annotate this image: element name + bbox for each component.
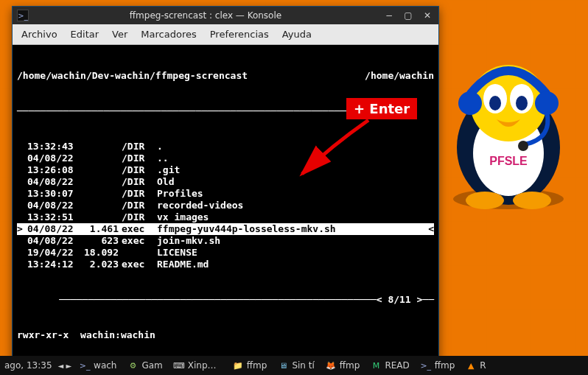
minimize-button[interactable]: −	[382, 10, 396, 21]
divider-counter: ────────────────────────────────────────…	[17, 294, 434, 306]
taskbar-item[interactable]: MREAD	[368, 360, 410, 371]
mascot-text: PFSLE	[489, 155, 528, 167]
cwd-left: /home/wachin/Dev-wachin/ffmpeg-screncast	[17, 70, 248, 82]
terminal-icon: >_	[17, 10, 29, 21]
svg-point-12	[513, 192, 551, 209]
menubar: Archivo Editar Ver Marcadores Preferenci…	[13, 24, 438, 45]
taskbar-item[interactable]: ⌨Xinput G	[172, 360, 223, 371]
file-row-selected[interactable]: >04/08/221.461 exec ffmpeg-yuv444p-losse…	[17, 223, 434, 235]
taskbar-item[interactable]: 🖥Sin tí	[276, 360, 315, 371]
svg-point-9	[489, 96, 501, 111]
file-row[interactable]: 19/04/2218.092 LICENSE	[17, 247, 434, 259]
menu-preferencias[interactable]: Preferencias	[210, 29, 269, 40]
file-row[interactable]: 04/08/22 /DIR recorded-videos	[17, 200, 434, 211]
annotation-label: + Enter	[346, 98, 417, 119]
taskbar-item[interactable]: ⚙Gam	[125, 360, 164, 371]
cwd-right: /home/wachin	[365, 70, 434, 82]
taskbar-item[interactable]: >_wach	[77, 360, 118, 371]
file-row[interactable]: 13:32:43 /DIR .	[17, 141, 434, 153]
mascot-tux: PFSLE	[442, 52, 575, 214]
svg-point-6	[518, 141, 528, 151]
menu-ver[interactable]: Ver	[112, 29, 127, 40]
svg-point-4	[458, 91, 482, 115]
taskbar-item[interactable]: 📁ffmp	[231, 360, 269, 371]
taskbar-item[interactable]: >_ffmp	[419, 360, 457, 371]
svg-point-5	[535, 91, 559, 115]
file-row[interactable]: 13:26:08 /DIR .git	[17, 164, 434, 176]
taskbar-pager[interactable]: ◄ ►	[58, 362, 72, 370]
file-row[interactable]: 13:24:122.023 exec README.md	[17, 259, 434, 270]
path-line: /home/wachin/Dev-wachin/ffmpeg-screncast…	[17, 70, 434, 82]
svg-point-11	[466, 192, 504, 209]
menu-editar[interactable]: Editar	[71, 29, 99, 40]
svg-point-10	[516, 96, 528, 111]
taskbar-item[interactable]: ▲R	[463, 360, 487, 371]
window-titlebar[interactable]: >_ ffmpeg-screncast : clex — Konsole − ▢…	[13, 7, 438, 24]
file-row[interactable]: 04/08/22623 exec join-mkv.sh	[17, 235, 434, 247]
perms-line: rwxr-xr-x wachin:wachin	[17, 329, 434, 341]
file-listing: 13:32:43 /DIR . 04/08/22 /DIR .. 13:26:0…	[17, 141, 434, 270]
file-row[interactable]: 04/08/22 /DIR ..	[17, 153, 434, 164]
taskbar-tasks: >_wach⚙Gam⌨Xinput G📁ffmp🖥Sin tí🦊ffmpMREA…	[77, 360, 584, 371]
maximize-button[interactable]: ▢	[402, 10, 415, 21]
file-row[interactable]: 13:30:07 /DIR Profiles	[17, 188, 434, 200]
konsole-window: >_ ffmpeg-screncast : clex — Konsole − ▢…	[12, 6, 439, 375]
close-button[interactable]: ✕	[421, 10, 434, 21]
file-row[interactable]: 04/08/22 /DIR Old	[17, 176, 434, 188]
taskbar-item[interactable]: 🦊ffmp	[323, 360, 362, 371]
taskbar: ago, 13:35 ◄ ► >_wach⚙Gam⌨Xinput G📁ffmp🖥…	[0, 356, 588, 375]
window-title: ffmpeg-screncast : clex — Konsole	[35, 10, 377, 21]
taskbar-clock: ago, 13:35	[4, 360, 52, 371]
menu-marcadores[interactable]: Marcadores	[141, 29, 196, 40]
file-row[interactable]: 13:32:51 /DIR vx images	[17, 211, 434, 223]
menu-ayuda[interactable]: Ayuda	[282, 29, 312, 40]
menu-archivo[interactable]: Archivo	[21, 29, 57, 40]
terminal-body[interactable]: /home/wachin/Dev-wachin/ffmpeg-screncast…	[13, 45, 438, 375]
